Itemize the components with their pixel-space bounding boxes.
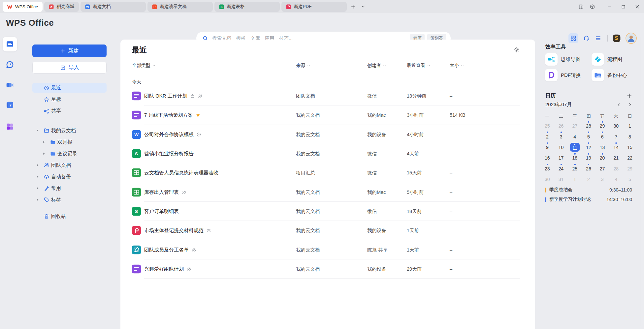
rail-calendar[interactable]: 7 — [3, 98, 17, 112]
list-settings-button[interactable] — [514, 47, 520, 53]
calendar-date-cell[interactable]: 2 — [582, 174, 596, 185]
calendar-date-cell[interactable]: 4 — [568, 131, 582, 142]
add-event-button[interactable] — [627, 93, 632, 99]
calendar-event[interactable]: 季度总结会 9:30–11:00 — [545, 186, 632, 194]
calendar-date-cell[interactable]: 24 — [554, 164, 568, 174]
new-tab-button[interactable] — [348, 2, 358, 12]
tab-new-pdf[interactable]: 新建PDF — [281, 2, 347, 12]
file-row[interactable]: 团队成员及分工名单 我的云文档 陈旭 共享 1天前 – — [120, 240, 535, 259]
apps-grid-button[interactable] — [568, 33, 578, 43]
prev-month-button[interactable] — [617, 103, 621, 107]
calendar-date-cell[interactable]: 5 — [623, 174, 637, 185]
member-badge[interactable] — [612, 34, 621, 43]
filter-type[interactable]: 全部类型 — [132, 63, 155, 69]
menu-button[interactable] — [595, 35, 601, 42]
caret-right-icon[interactable] — [36, 163, 40, 167]
file-row[interactable]: 团队 OKR 工作计划 团队文档 微信 13分钟前 – — [120, 86, 535, 105]
calendar-date-cell[interactable]: 8 — [623, 131, 637, 142]
import-button[interactable]: 导入 — [32, 62, 107, 74]
file-row[interactable]: 云文档管人员信息统计表理器验收 项目汇总 微信 15天前 – — [120, 163, 535, 182]
tool-pdf-convert[interactable]: PDF转换 — [545, 67, 592, 83]
calendar-date-cell[interactable]: 13 — [596, 142, 609, 153]
calendar-date-cell[interactable]: 11 — [568, 142, 582, 153]
calendar-event[interactable]: 新季度学习计划讨论 14:30–16:00 — [545, 195, 632, 203]
caret-right-icon[interactable] — [36, 175, 40, 179]
calendar-date-cell[interactable]: 18 — [568, 153, 582, 163]
tree-auto-backup[interactable]: 自动备份 — [32, 172, 107, 181]
calendar-date-cell[interactable]: 16 — [540, 153, 554, 163]
calendar-date-cell[interactable]: 9 — [540, 142, 554, 153]
tree-frequent[interactable]: 常用 — [32, 184, 107, 193]
calendar-date-cell[interactable]: 25 — [568, 164, 582, 174]
calendar-date-cell[interactable]: 28 — [609, 164, 623, 174]
calendar-date-cell[interactable]: 20 — [596, 153, 609, 163]
calendar-date-cell[interactable]: 19 — [582, 153, 596, 163]
calendar-date-cell[interactable]: 2 — [540, 131, 554, 142]
user-avatar[interactable] — [626, 33, 637, 44]
sidebar-item-nav-shared[interactable]: 共享 — [32, 106, 107, 116]
workspace-button[interactable] — [587, 0, 598, 13]
file-row[interactable]: S 客户订单明细表 我的云文档 微信 18天前 – — [120, 202, 535, 221]
minimize-button[interactable] — [602, 0, 616, 13]
support-button[interactable] — [583, 35, 590, 42]
calendar-date-cell[interactable]: 1 — [568, 174, 582, 185]
calendar-date-cell[interactable]: 26 — [554, 121, 568, 131]
file-title[interactable]: 云文档管人员信息统计表理器验收 — [144, 170, 218, 176]
calendar-date-cell[interactable]: 4 — [609, 174, 623, 185]
caret-right-icon[interactable] — [36, 186, 40, 190]
calendar-date-cell[interactable]: 26 — [582, 164, 596, 174]
calendar-date-cell[interactable]: 29 — [596, 121, 609, 131]
file-row[interactable]: W 公司对外合作协议模板 我的云文档 我的设备 4小时前 – — [120, 125, 535, 144]
tab-new-document[interactable]: W 新建文档 — [80, 2, 146, 12]
file-row[interactable]: 7 月线下活动策划方案 我的云文档 我的Mac 3小时前 514 KB — [120, 105, 535, 125]
file-title[interactable]: 7 月线下活动策划方案 — [144, 112, 201, 118]
tree-bimonthly-report[interactable]: 双月报 — [32, 137, 107, 147]
file-row[interactable]: 市场主体登记提交材料规范 我的云文档 我的设备 1天前 – — [120, 221, 535, 240]
sidebar-item-nav-starred[interactable]: 星标 — [32, 95, 107, 104]
calendar-date-cell[interactable]: 30 — [609, 121, 623, 131]
tab-home[interactable]: WPS Office — [3, 2, 43, 12]
tool-flowchart[interactable]: 流程图 — [592, 51, 638, 67]
filter-creator[interactable]: 创建者 — [367, 63, 386, 69]
tree-team-docs[interactable]: 团队文档 — [32, 161, 107, 170]
caret-right-icon[interactable] — [36, 198, 40, 202]
tab-docer-store[interactable]: 稻壳商城 — [44, 2, 79, 12]
device-view-button[interactable] — [575, 0, 587, 13]
maximize-button[interactable] — [616, 0, 630, 13]
rail-apps[interactable] — [3, 119, 17, 134]
calendar-date-cell[interactable]: 23 — [540, 164, 554, 174]
caret-right-icon[interactable] — [42, 152, 46, 156]
filter-viewed[interactable]: 最近查看 — [407, 63, 430, 69]
tool-backup-center[interactable]: 备份中心 — [592, 67, 638, 83]
file-row[interactable]: 库存出入管理表 我的云文档 我的Mac 5小时前 – — [120, 182, 535, 201]
rail-meeting[interactable] — [3, 78, 17, 92]
file-title[interactable]: 市场主体登记提交材料规范 — [144, 227, 211, 234]
close-button[interactable] — [630, 0, 644, 13]
calendar-date-cell[interactable]: 7 — [609, 131, 623, 142]
rail-chat[interactable] — [3, 57, 17, 72]
calendar-date-cell[interactable]: 27 — [568, 121, 582, 131]
file-title[interactable]: 客户订单明细表 — [144, 208, 179, 214]
file-row[interactable]: S 营销小组业绩分析报告 我的云文档 微信 4天前 – — [120, 144, 535, 163]
calendar-date-cell[interactable]: 6 — [596, 131, 609, 142]
next-month-button[interactable] — [628, 103, 632, 107]
caret-right-icon[interactable] — [42, 140, 46, 144]
file-title[interactable]: 公司对外合作协议模板 — [144, 131, 201, 137]
tab-new-presentation[interactable]: P 新建演示文稿 — [147, 2, 213, 12]
calendar-date-cell[interactable]: 28 — [582, 121, 596, 131]
tab-new-spreadsheet[interactable]: S 新建表格 — [214, 2, 280, 12]
calendar-date-cell[interactable]: 31 — [554, 174, 568, 185]
calendar-date-cell[interactable]: 12 — [582, 142, 596, 153]
calendar-date-cell[interactable]: 3 — [596, 174, 609, 185]
tree-tags[interactable]: 标签 — [32, 195, 107, 204]
calendar-date-cell[interactable]: 21 — [609, 153, 623, 163]
rail-docs[interactable] — [3, 37, 17, 51]
file-row[interactable]: 兴趣爱好组队计划 我的云文档 我的设备 29天前 – — [120, 259, 535, 279]
file-title[interactable]: 营销小组业绩分析报告 — [144, 151, 194, 157]
calendar-date-cell[interactable]: 25 — [540, 121, 554, 131]
calendar-date-cell[interactable]: 14 — [609, 142, 623, 153]
scrollbar[interactable] — [640, 37, 640, 326]
calendar-date-cell[interactable]: 29 — [623, 164, 637, 174]
sidebar-item-nav-recent[interactable]: 最近 — [32, 83, 107, 93]
new-document-button[interactable]: 新建 — [32, 45, 107, 57]
